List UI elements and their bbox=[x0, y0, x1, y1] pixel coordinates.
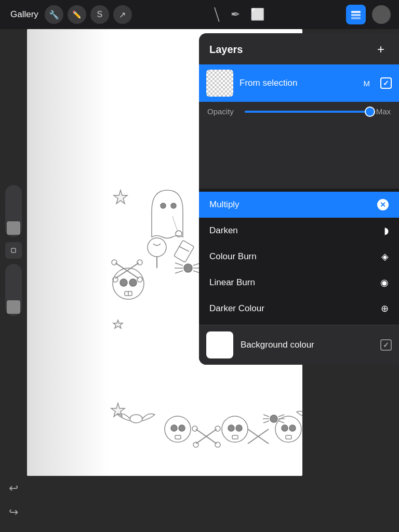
opacity-sidebar-thumb bbox=[7, 300, 20, 314]
svg-point-8 bbox=[161, 203, 166, 208]
opacity-max-label: Max bbox=[376, 107, 391, 116]
svg-rect-0 bbox=[351, 11, 361, 13]
add-layer-button[interactable]: + bbox=[373, 42, 389, 57]
opacity-row: Opacity Max bbox=[199, 102, 399, 121]
layers-header: Layers + bbox=[199, 33, 399, 64]
svg-rect-43 bbox=[174, 240, 194, 262]
svg-point-13 bbox=[120, 279, 127, 286]
brush-size-slider[interactable] bbox=[5, 185, 22, 237]
selection-icon: ✏️ bbox=[72, 10, 81, 19]
blend-mode-colour-burn[interactable]: Colour Burn ◈ bbox=[199, 244, 399, 270]
move-icon: ↗ bbox=[119, 10, 126, 20]
small-square-icon bbox=[9, 246, 18, 255]
svg-line-44 bbox=[179, 246, 189, 251]
svg-line-77 bbox=[278, 421, 284, 423]
brush-size-small-btn[interactable] bbox=[5, 242, 22, 259]
svg-point-69 bbox=[130, 415, 142, 423]
toolbar-right bbox=[346, 5, 391, 24]
svg-point-14 bbox=[129, 279, 137, 286]
darker-colour-icon: ⊕ bbox=[381, 303, 389, 314]
layers-panel-title: Layers bbox=[209, 44, 243, 56]
selection-tool-button[interactable]: ✏️ bbox=[68, 5, 86, 24]
svg-point-53 bbox=[222, 416, 248, 442]
svg-rect-2 bbox=[351, 17, 361, 19]
blend-mode-darken[interactable]: Darken ◗ bbox=[199, 218, 399, 244]
opacity-slider-thumb bbox=[366, 108, 374, 116]
svg-point-64 bbox=[193, 442, 198, 447]
layer-thumb-pattern bbox=[206, 70, 233, 97]
brush-size-thumb bbox=[7, 221, 20, 235]
svg-point-66 bbox=[215, 442, 220, 447]
svg-point-57 bbox=[275, 416, 301, 442]
layer-row-from-selection[interactable]: From selection M bbox=[199, 64, 399, 102]
linear-burn-label: Linear Burn bbox=[209, 277, 255, 288]
redo-icon: ↪ bbox=[9, 506, 18, 519]
svg-point-55 bbox=[236, 425, 242, 431]
svg-line-39 bbox=[175, 271, 183, 273]
toolbar-center: ╱ ✒ ⬜ bbox=[132, 8, 346, 21]
undo-icon: ↩ bbox=[9, 482, 18, 495]
gallery-button[interactable]: Gallery bbox=[8, 6, 41, 23]
blend-mode-multiply[interactable]: Multiply ✕ bbox=[199, 192, 399, 218]
smudge-icon: S bbox=[97, 10, 103, 19]
pen-icon[interactable]: ✒ bbox=[231, 8, 240, 21]
svg-point-34 bbox=[137, 277, 142, 282]
blend-mode-darker-colour[interactable]: Darker Colour ⊕ bbox=[199, 296, 399, 322]
smudge-tool-button[interactable]: S bbox=[90, 5, 109, 24]
colour-burn-icon: ◈ bbox=[381, 251, 389, 262]
top-toolbar: Gallery 🔧 ✏️ S ↗ ╱ ✒ ⬜ bbox=[0, 0, 399, 29]
svg-point-51 bbox=[179, 425, 185, 431]
toolbar-left: Gallery 🔧 ✏️ S ↗ bbox=[8, 5, 132, 24]
avatar[interactable] bbox=[372, 5, 391, 24]
wrench-tool-button[interactable]: 🔧 bbox=[45, 5, 63, 24]
background-colour-checkbox[interactable] bbox=[380, 339, 392, 351]
opacity-sidebar-slider[interactable] bbox=[5, 264, 22, 316]
svg-point-9 bbox=[171, 203, 176, 208]
wrench-icon: 🔧 bbox=[49, 10, 59, 20]
opacity-slider[interactable] bbox=[245, 111, 370, 113]
blend-modes-list: Multiply ✕ Darken ◗ Colour Burn ◈ Linear… bbox=[199, 189, 399, 325]
undo-button[interactable]: ↩ bbox=[4, 479, 23, 498]
layer-visibility-checkbox[interactable] bbox=[380, 77, 392, 89]
darken-icon: ◗ bbox=[384, 225, 389, 236]
svg-line-74 bbox=[263, 421, 269, 423]
blend-mode-linear-burn[interactable]: Linear Burn ◉ bbox=[199, 270, 399, 296]
eraser-icon[interactable]: ⬜ bbox=[250, 8, 264, 21]
svg-line-75 bbox=[278, 415, 284, 417]
background-colour-row[interactable]: Background colour bbox=[199, 325, 399, 365]
svg-point-33 bbox=[137, 260, 142, 265]
multiply-close-icon[interactable]: ✕ bbox=[377, 199, 389, 210]
colour-burn-label: Colour Burn bbox=[209, 251, 257, 262]
multiply-label: Multiply bbox=[209, 200, 240, 210]
svg-point-71 bbox=[270, 415, 277, 422]
layers-button[interactable] bbox=[346, 5, 366, 24]
brush-icon[interactable]: ╱ bbox=[210, 7, 224, 22]
move-tool-button[interactable]: ↗ bbox=[113, 5, 132, 24]
opacity-slider-fill bbox=[245, 111, 370, 113]
layer-thumbnail bbox=[206, 70, 233, 97]
svg-point-59 bbox=[289, 425, 296, 431]
redo-button[interactable]: ↪ bbox=[4, 503, 23, 522]
svg-point-58 bbox=[282, 425, 288, 431]
svg-rect-1 bbox=[351, 14, 361, 16]
svg-marker-6 bbox=[113, 320, 123, 328]
sidebar-sliders bbox=[5, 185, 22, 316]
left-sidebar bbox=[0, 29, 27, 532]
svg-point-50 bbox=[171, 425, 177, 431]
svg-line-37 bbox=[175, 263, 183, 265]
background-colour-label: Background colour bbox=[241, 340, 373, 350]
layers-panel: Layers + From selection M Opacity Max Mu… bbox=[199, 33, 399, 365]
background-colour-swatch[interactable] bbox=[206, 331, 233, 358]
svg-marker-4 bbox=[114, 190, 127, 204]
svg-point-21 bbox=[148, 238, 166, 257]
svg-point-31 bbox=[112, 260, 117, 265]
layer-name-label: From selection bbox=[240, 78, 357, 88]
svg-line-72 bbox=[263, 415, 269, 417]
linear-burn-icon: ◉ bbox=[380, 277, 389, 288]
darker-colour-label: Darker Colour bbox=[209, 303, 264, 314]
svg-point-65 bbox=[215, 426, 220, 431]
layers-icon bbox=[350, 9, 362, 20]
svg-point-36 bbox=[184, 264, 192, 272]
svg-point-54 bbox=[228, 425, 234, 431]
svg-rect-60 bbox=[286, 435, 291, 439]
